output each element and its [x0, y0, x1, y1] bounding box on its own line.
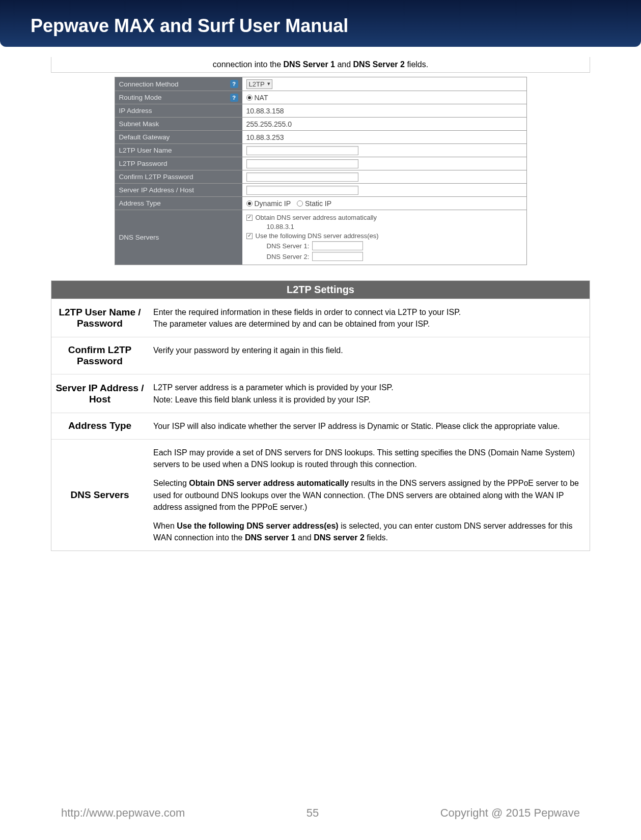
- help-icon[interactable]: ?: [230, 94, 238, 102]
- server-ip-input[interactable]: [246, 186, 358, 195]
- cfg-value: [242, 184, 526, 196]
- static-ip-radio[interactable]: [297, 200, 303, 207]
- obtain-auto-checkbox[interactable]: [246, 215, 253, 221]
- cfg-label-text: Subnet Mask: [119, 120, 159, 128]
- table-row: Confirm L2TP Password Verify your passwo…: [51, 337, 590, 374]
- cfg-row-l2tp-user-name: L2TP User Name: [115, 143, 526, 157]
- nat-label: NAT: [255, 94, 268, 102]
- config-screenshot: Connection Method? L2TP Routing Mode? NA…: [115, 77, 527, 265]
- cfg-row-subnet-mask: Subnet Mask 255.255.255.0: [115, 117, 526, 130]
- cfg-value: [242, 170, 526, 183]
- txt: and: [296, 533, 314, 542]
- dns-auto-value: 10.88.3.1: [267, 223, 379, 230]
- cfg-label: Connection Method?: [115, 77, 242, 91]
- txt: fields.: [365, 533, 388, 542]
- dns-server-2-input[interactable]: [312, 252, 363, 261]
- cfg-value: NAT: [242, 91, 526, 104]
- cfg-label: L2TP User Name: [115, 144, 242, 157]
- obtain-auto-label: Obtain DNS server address automatically: [256, 214, 377, 221]
- note-bold2: DNS Server 2: [353, 60, 405, 69]
- dns-server-1-line: DNS Server 1:: [267, 241, 379, 250]
- cfg-value: 10.88.3.158: [242, 104, 526, 117]
- txt-bold: DNS server 1: [245, 533, 296, 542]
- cfg-row-l2tp-password: L2TP Password: [115, 157, 526, 170]
- cfg-value: L2TP: [242, 77, 526, 91]
- table-row: Address Type Your ISP will also indicate…: [51, 413, 590, 439]
- cfg-value: 10.88.3.253: [242, 131, 526, 143]
- cfg-row-routing-mode: Routing Mode? NAT: [115, 91, 526, 104]
- cfg-label: IP Address: [115, 104, 242, 117]
- cfg-row-server-ip: Server IP Address / Host: [115, 183, 526, 196]
- cfg-value: Dynamic IP Static IP: [242, 197, 526, 210]
- confirm-l2tp-password-input[interactable]: [246, 172, 358, 182]
- txt: Selecting: [153, 479, 189, 487]
- dns-server-2-label: DNS Server 2:: [267, 253, 310, 260]
- cfg-row-dns-servers: DNS Servers Obtain DNS server address au…: [115, 210, 526, 265]
- footer-url: http://www.pepwave.com: [61, 806, 185, 820]
- row-desc: Your ISP will also indicate whether the …: [148, 413, 590, 439]
- top-note: connection into the DNS Server 1 and DNS…: [51, 57, 590, 73]
- cfg-value: [242, 157, 526, 170]
- row-desc: L2TP server address is a parameter which…: [148, 374, 590, 412]
- row-label-dns-servers: DNS Servers: [51, 440, 148, 551]
- footer-page-number: 55: [306, 806, 319, 820]
- cfg-row-address-type: Address Type Dynamic IP Static IP: [115, 196, 526, 210]
- cfg-value: Obtain DNS server address automatically …: [242, 210, 526, 265]
- cfg-label: DNS Servers: [115, 210, 242, 265]
- note-suffix: fields.: [405, 60, 428, 69]
- row-desc: Each ISP may provide a set of DNS server…: [148, 440, 590, 551]
- l2tp-user-name-input[interactable]: [246, 146, 358, 155]
- desc-text: Verify your password by entering it agai…: [153, 346, 343, 355]
- cfg-label: Subnet Mask: [115, 118, 242, 130]
- cfg-label-text: IP Address: [119, 107, 152, 114]
- dns-server-1-label: DNS Server 1:: [267, 242, 310, 250]
- cfg-label-text: Default Gateway: [119, 133, 170, 141]
- table-row: DNS Servers Each ISP may provide a set o…: [51, 439, 590, 551]
- nat-radio[interactable]: [246, 95, 253, 101]
- desc-text: Your ISP will also indicate whether the …: [153, 422, 560, 430]
- cfg-row-connection-method: Connection Method? L2TP: [115, 77, 526, 91]
- row-label-l2tp-user-name-password: L2TP User Name / Password: [51, 299, 148, 337]
- dynamic-ip-label: Dynamic IP: [255, 199, 291, 208]
- cfg-label: L2TP Password: [115, 157, 242, 170]
- dns-p1: Each ISP may provide a set of DNS server…: [153, 447, 584, 470]
- note-prefix: connection into the: [213, 60, 284, 69]
- cfg-label: Routing Mode?: [115, 91, 242, 104]
- table-row: L2TP User Name / Password Enter the requ…: [51, 299, 590, 337]
- cfg-label-text: L2TP User Name: [119, 147, 172, 154]
- settings-table-header: L2TP Settings: [51, 281, 590, 299]
- cfg-label: Default Gateway: [115, 131, 242, 143]
- txt-bold: DNS server 2: [314, 533, 365, 542]
- cfg-label-text: Connection Method: [119, 80, 179, 88]
- use-following-label: Use the following DNS server address(es): [256, 232, 379, 240]
- dynamic-ip-radio[interactable]: [246, 200, 253, 207]
- row-label-address-type: Address Type: [51, 413, 148, 439]
- desc-text: The parameter values are determined by a…: [153, 320, 430, 328]
- desc-text: L2TP server address is a parameter which…: [153, 383, 394, 392]
- table-row: Server IP Address / Host L2TP server add…: [51, 374, 590, 412]
- use-following-checkbox[interactable]: [246, 233, 253, 239]
- cfg-label-text: Confirm L2TP Password: [119, 173, 193, 181]
- cfg-label: Confirm L2TP Password: [115, 170, 242, 183]
- cfg-label-text: L2TP Password: [119, 160, 168, 167]
- l2tp-settings-table: L2TP Settings L2TP User Name / Password …: [51, 280, 590, 551]
- cfg-label: Server IP Address / Host: [115, 184, 242, 196]
- desc-text: Enter the required information in these …: [153, 308, 461, 316]
- cfg-row-confirm-l2tp-password: Confirm L2TP Password: [115, 170, 526, 183]
- cfg-row-default-gateway: Default Gateway 10.88.3.253: [115, 130, 526, 143]
- footer-copyright: Copyright @ 2015 Pepwave: [440, 806, 580, 820]
- row-desc: Verify your password by entering it agai…: [148, 337, 590, 374]
- l2tp-password-input[interactable]: [246, 159, 358, 168]
- connection-method-select[interactable]: L2TP: [246, 79, 272, 89]
- desc-text: Note: Leave this field blank unless it i…: [153, 395, 371, 404]
- content-wrap: connection into the DNS Server 1 and DNS…: [0, 57, 641, 551]
- dns-server-1-input[interactable]: [312, 241, 363, 250]
- page-header: Pepwave MAX and Surf User Manual: [0, 0, 641, 47]
- cfg-label-text: Routing Mode: [119, 94, 162, 101]
- help-icon[interactable]: ?: [230, 80, 238, 88]
- dns-auto-line: Obtain DNS server address automatically: [246, 214, 379, 221]
- cfg-value: 255.255.255.0: [242, 118, 526, 130]
- dns-p3: When Use the following DNS server addres…: [153, 520, 584, 543]
- dns-block: Obtain DNS server address automatically …: [246, 212, 379, 263]
- dns-p2: Selecting Obtain DNS server address auto…: [153, 477, 584, 513]
